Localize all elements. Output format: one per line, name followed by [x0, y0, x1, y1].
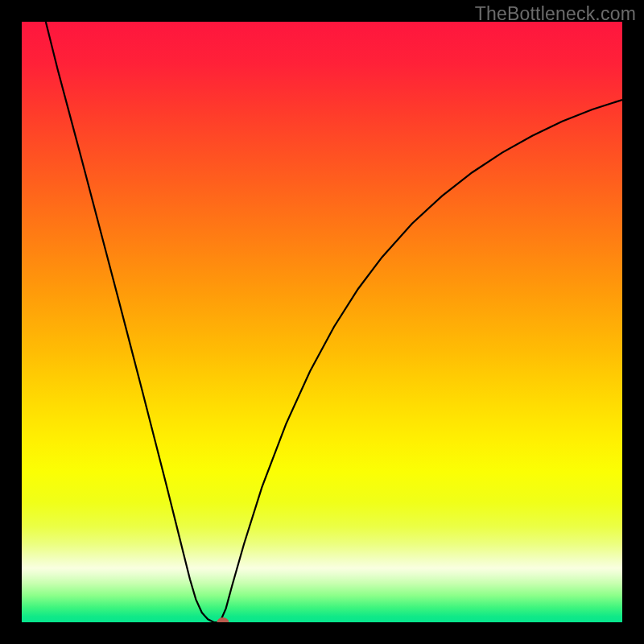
watermark-text: TheBottleneck.com: [475, 3, 636, 25]
chart-plot-area: [22, 22, 622, 622]
chart-svg: [22, 22, 622, 622]
chart-background-gradient: [22, 22, 622, 622]
